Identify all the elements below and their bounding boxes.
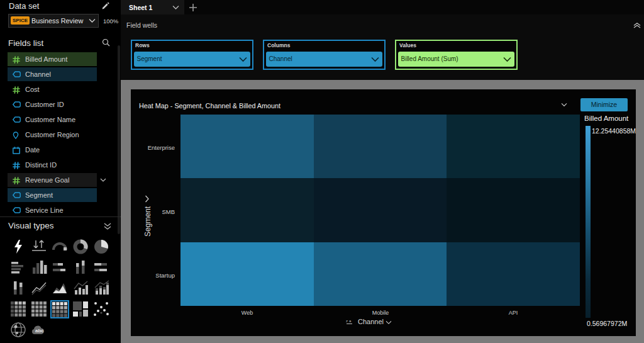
svg-text:a: a bbox=[349, 319, 352, 323]
svg-text:abc: abc bbox=[35, 328, 44, 334]
svg-text:z: z bbox=[346, 319, 348, 323]
